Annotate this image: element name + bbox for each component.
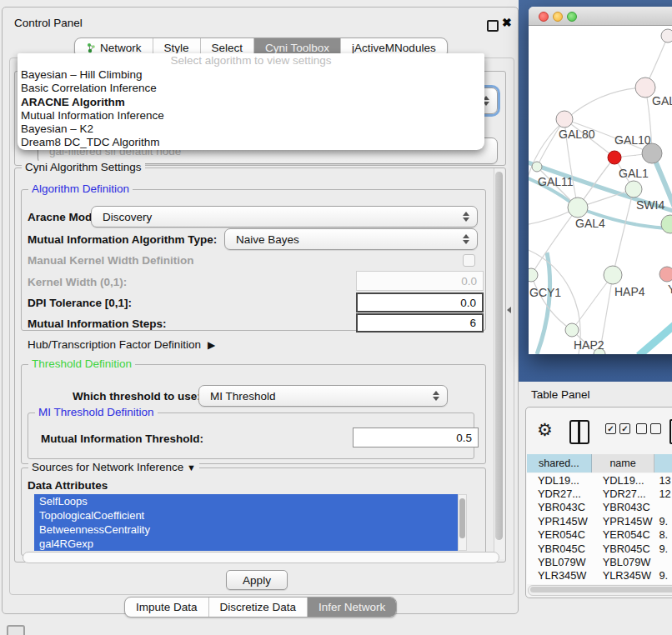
network-node-gal4[interactable]	[568, 198, 588, 218]
settings-horizontal-scrollbar[interactable]	[23, 552, 499, 563]
network-icon	[86, 42, 96, 53]
table-cell: YLR345W	[592, 569, 655, 582]
mi-threshold-label: Mutual Information Threshold:	[41, 432, 203, 445]
network-canvas[interactable]: GALGAL80GAL10GAL1GAL11GAL4SWI4GCY1HAP4YH…	[529, 26, 672, 354]
algorithm-definition-title: Algorithm Definition	[28, 182, 133, 195]
table-cell: 13	[654, 474, 672, 487]
algorithm-option[interactable]: Basic Correlation Inference	[18, 82, 484, 95]
table-panel-title: Table Panel	[531, 388, 590, 401]
close-icon[interactable]: ✖	[502, 16, 512, 29]
node-label: HAP2	[574, 338, 604, 352]
network-node-y[interactable]	[659, 267, 672, 282]
which-threshold-value: MI Threshold	[210, 386, 276, 406]
sources-title[interactable]: Sources for Network Inference ▼	[28, 461, 199, 473]
attribute-item[interactable]: TopologicalCoefficient	[34, 508, 458, 522]
algorithm-option[interactable]: Mutual Information Inference	[18, 109, 484, 122]
mi-steps-field[interactable]: 6	[356, 313, 484, 332]
network-node[interactable]	[661, 29, 672, 42]
table-cell: YBR043C	[527, 501, 592, 513]
bottom-partial-button[interactable]	[7, 625, 25, 635]
table-rows: YDL19...YDL19...13YDR27...YDR27...12YBR0…	[527, 473, 672, 584]
node-label: GAL4	[575, 217, 605, 230]
network-node-swi4[interactable]	[661, 215, 672, 233]
mi-type-label: Mutual Information Algorithm Type:	[28, 233, 217, 246]
threshold-definition-title: Threshold Definition	[28, 358, 135, 370]
mi-type-value: Naive Bayes	[236, 229, 299, 249]
table-cell: YBL079W	[527, 556, 592, 568]
hub-definition-expander[interactable]: Hub/Transcription Factor Definition ▶	[28, 338, 215, 351]
table-row[interactable]: YBR043CYBR043C	[527, 501, 672, 514]
table-row[interactable]: YPR145WYPR145W9.	[527, 514, 672, 528]
columns-icon[interactable]	[569, 420, 589, 444]
mi-type-combobox[interactable]: Naive Bayes	[224, 228, 478, 250]
collapse-down-icon: ▼	[187, 462, 196, 472]
network-node-gal11[interactable]	[532, 162, 542, 172]
gear-icon[interactable]: ⚙	[537, 421, 553, 438]
table-cell: YDR27...	[527, 488, 592, 500]
tab-impute-data[interactable]: Impute Data	[125, 598, 209, 617]
mi-threshold-field[interactable]: 0.5	[353, 428, 479, 448]
table-cell: YLR345W	[527, 569, 592, 582]
table-row[interactable]: YBR045CYBR045C9.	[527, 542, 672, 555]
manual-kernel-checkbox[interactable]	[463, 254, 475, 267]
column-header[interactable]: A	[654, 454, 672, 472]
algorithm-option[interactable]: ARACNE Algorithm	[18, 96, 484, 109]
settings-vertical-scrollbar[interactable]	[494, 168, 504, 559]
settings-group-title: Cyni Algorithm Settings	[22, 161, 145, 173]
node-label: SWI4	[636, 198, 664, 212]
dpi-tolerance-field[interactable]: 0.0	[356, 292, 484, 312]
tab-discretize-data[interactable]: Discretize Data	[209, 598, 308, 617]
network-view-window: GALGAL80GAL10GAL1GAL11GAL4SWI4GCY1HAP4YH…	[529, 7, 672, 354]
table-row[interactable]: YIL052CYIL052C9.	[527, 582, 672, 584]
column-header[interactable]: shared...	[527, 454, 592, 472]
table-row[interactable]: YLR345WYLR345W9.	[527, 569, 672, 582]
column-header[interactable]: name	[592, 454, 655, 472]
table-horizontal-scrollbar[interactable]	[528, 585, 672, 596]
network-node-gal80[interactable]	[556, 111, 573, 128]
attribute-item[interactable]: BetweennessCentrality	[34, 522, 458, 537]
network-node-hap2[interactable]	[565, 323, 579, 337]
combo-arrows-icon	[433, 391, 439, 401]
attribute-item[interactable]: gal4RGexp	[34, 537, 458, 551]
checked-checkbox-icon[interactable]: ✓	[619, 423, 630, 434]
algorithm-option[interactable]: Bayesian – K2	[18, 122, 484, 136]
close-traffic-light-icon[interactable]	[539, 12, 549, 22]
node-label: HAP4	[614, 285, 645, 298]
zoom-traffic-light-icon[interactable]	[567, 12, 577, 22]
table-row[interactable]: YBL079WYBL079W	[527, 555, 672, 568]
unchecked-checkbox-icon[interactable]	[650, 423, 661, 434]
tab-label: Impute Data	[136, 598, 198, 617]
unchecked-checkbox-icon[interactable]	[636, 423, 647, 434]
float-window-icon[interactable]	[487, 20, 499, 32]
data-attributes-label: Data Attributes	[28, 479, 108, 492]
checked-checkbox-icon[interactable]: ✓	[605, 423, 616, 434]
network-node-hap4[interactable]	[604, 266, 622, 284]
table-cell: YDL19...	[527, 474, 592, 487]
table-cell: YPR145W	[592, 515, 655, 528]
table-panel: ⚙ ✓ ✓ shared...nameA YDL19...YDL19...13Y…	[525, 407, 672, 598]
table-row[interactable]: YDL19...YDL19...13	[527, 473, 672, 487]
hub-definition-label: Hub/Transcription Factor Definition	[28, 338, 201, 351]
panel-splitter-grip-icon[interactable]	[507, 307, 511, 313]
aracne-mode-combobox[interactable]: Discovery	[91, 206, 478, 228]
tab-infer-network[interactable]: Infer Network	[308, 598, 396, 617]
tab-label: Infer Network	[318, 598, 385, 617]
algorithm-option[interactable]: Dream8 DC_TDC Algorithm	[18, 136, 484, 149]
attribute-item[interactable]: SelfLoops	[34, 494, 458, 508]
attributes-scrollbar[interactable]	[458, 494, 467, 551]
table-row[interactable]: YER054CYER054C8.	[527, 528, 672, 542]
network-window-titlebar[interactable]	[529, 7, 672, 26]
minimize-traffic-light-icon[interactable]	[553, 12, 563, 22]
table-cell: YBR045C	[592, 542, 655, 555]
kernel-width-field[interactable]: 0.0	[356, 271, 484, 291]
network-node-gcy1[interactable]	[529, 268, 538, 282]
table-cell: 9.	[654, 515, 672, 528]
network-node-gal1[interactable]	[625, 181, 642, 198]
table-panel-area: Table Panel ⚙ ✓ ✓ shared...nameA YDL19..…	[519, 382, 672, 635]
network-node[interactable]	[608, 151, 621, 164]
apply-button[interactable]: Apply	[226, 570, 288, 590]
which-threshold-combobox[interactable]: MI Threshold	[198, 385, 448, 407]
node-label: GCY1	[529, 286, 561, 299]
algorithm-option[interactable]: Bayesian – Hill Climbing	[18, 68, 484, 82]
table-row[interactable]: YDR27...YDR27...12	[527, 487, 672, 500]
